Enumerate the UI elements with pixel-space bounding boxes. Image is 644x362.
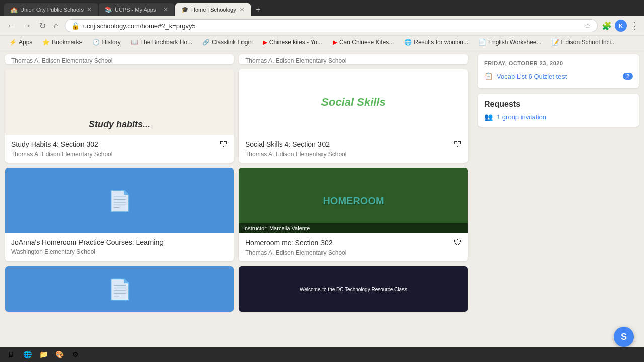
bookmark-can-chinese[interactable]: ▶ Can Chinese Kites... bbox=[329, 38, 398, 47]
card-homeroom-school: Thomas A. Edison Elementary School bbox=[245, 249, 462, 256]
taskbar-icon-files[interactable]: 📁 bbox=[37, 348, 49, 360]
homeroom-label: HOMEROOM bbox=[323, 195, 384, 207]
bookmark-english-label: English Workshee... bbox=[488, 39, 542, 46]
taskbar-icon-browser[interactable]: 🌐 bbox=[21, 348, 33, 360]
taskbar: 🖥 🌐 📁 🎨 ⚙ bbox=[0, 347, 644, 362]
bookmark-results[interactable]: 🌐 Results for woolon... bbox=[400, 38, 472, 47]
card-study-partial-top[interactable]: Thomas A. Edison Elementary School bbox=[5, 54, 234, 64]
group-invite-icon: 👥 bbox=[484, 113, 493, 121]
profile-icon[interactable]: K bbox=[615, 20, 627, 32]
bookmark-classlink[interactable]: 🔗 Classlink Login bbox=[198, 38, 257, 47]
refresh-button[interactable]: ↻ bbox=[37, 20, 48, 32]
taskbar-icon-art[interactable]: 🎨 bbox=[53, 348, 65, 360]
navigation-bar: ← → ↻ ⌂ 🔒 ucnj.schoology.com/home#?_k=pr… bbox=[0, 16, 644, 36]
card-homeroom-title: Homeroom mc: Section 302 🛡 bbox=[245, 238, 462, 247]
bookmark-english[interactable]: 📄 English Workshee... bbox=[474, 38, 546, 47]
card-partial-bottom-right[interactable]: Welcome to the DC Technology Resource Cl… bbox=[239, 266, 468, 312]
tab-close-2[interactable]: ✕ bbox=[163, 6, 168, 13]
forward-button[interactable]: → bbox=[21, 20, 33, 31]
main-container: Thomas A. Edison Elementary School Thoma… bbox=[0, 49, 644, 357]
tab-favicon-2: 📚 bbox=[105, 6, 112, 13]
bookmark-can-chinese-label: Can Chinese Kites... bbox=[339, 39, 394, 46]
homeroom-mc-image: HOMEROOM Instructor: Marcella Valente bbox=[239, 168, 468, 233]
user-avatar[interactable]: S bbox=[614, 327, 634, 347]
tab-union-city[interactable]: 🏫 Union City Public Schools ✕ bbox=[4, 3, 98, 16]
history-bm-icon: 🕐 bbox=[92, 39, 100, 46]
kites-icon: ▶ bbox=[263, 39, 267, 46]
back-button[interactable]: ← bbox=[5, 20, 17, 31]
bookmark-edison[interactable]: 📝 Edison School Inci... bbox=[548, 38, 620, 47]
nav-right-icons: 🧩 K ⋮ bbox=[602, 20, 639, 32]
sidebar: FRIDAY, OCTOBER 23, 2020 📋 Vocab List 6 … bbox=[473, 49, 644, 357]
tab-close-1[interactable]: ✕ bbox=[87, 6, 92, 13]
tab-schoology[interactable]: 🎓 Home | Schoology ✕ bbox=[175, 3, 251, 16]
taskbar-icon-finder[interactable]: 🖥 bbox=[5, 348, 17, 360]
english-icon: 📄 bbox=[478, 39, 486, 46]
requests-header: Requests bbox=[484, 100, 633, 109]
tab-favicon-1: 🏫 bbox=[10, 6, 17, 13]
joanna-homeroom-image: 📄 bbox=[5, 168, 234, 233]
can-chinese-icon: ▶ bbox=[333, 39, 337, 46]
address-bar[interactable]: 🔒 ucnj.schoology.com/home#?_k=prgvy5 ☆ bbox=[65, 19, 598, 32]
bookmark-bookmarks[interactable]: ⭐ Bookmarks bbox=[38, 38, 86, 47]
study-shield-icon: 🛡 bbox=[220, 140, 228, 149]
study-cartoon: Study habits... bbox=[89, 119, 150, 130]
bookmarks-bar: ⚡ Apps ⭐ Bookmarks 🕐 History 📖 The Birch… bbox=[0, 36, 644, 49]
bookmark-edison-label: Edison School Inci... bbox=[561, 39, 616, 46]
card-study-body: Study Habits 4: Section 302 🛡 Thomas A. … bbox=[5, 135, 234, 163]
bookmark-results-label: Results for woolon... bbox=[414, 39, 468, 46]
card-social-title: Social Skills 4: Section 302 🛡 bbox=[245, 140, 462, 149]
card-social-partial-top[interactable]: Thomas A. Edison Elementary School bbox=[239, 54, 468, 64]
tab-favicon-3: 🎓 bbox=[181, 6, 188, 13]
tab-title-2: UCPS - My Apps bbox=[115, 7, 160, 13]
date-header: FRIDAY, OCTOBER 23, 2020 bbox=[484, 60, 633, 66]
home-button[interactable]: ⌂ bbox=[52, 20, 61, 31]
assignment-icon: 📋 bbox=[484, 72, 493, 80]
request-row[interactable]: 👥 1 group invitation bbox=[484, 113, 633, 121]
partial-blue-image: 📄 bbox=[5, 266, 234, 312]
study-habits-image: Study habits... bbox=[5, 69, 234, 135]
new-tab-button[interactable]: + bbox=[252, 3, 264, 16]
homeroom-shield-icon: 🛡 bbox=[454, 238, 462, 247]
tab-title-1: Union City Public Schools bbox=[20, 7, 84, 13]
card-social-skills[interactable]: Social Skills Social Skills 4: Section 3… bbox=[239, 69, 468, 163]
social-skills-text: Social Skills bbox=[321, 96, 385, 109]
tech-class-image: Welcome to the DC Technology Resource Cl… bbox=[239, 266, 468, 312]
bookmark-birchbark-label: The Birchbark Ho... bbox=[140, 39, 192, 46]
tech-class-label: Welcome to the DC Technology Resource Cl… bbox=[298, 285, 409, 294]
taskbar-icon-settings[interactable]: ⚙ bbox=[69, 348, 82, 360]
assignments-section: FRIDAY, OCTOBER 23, 2020 📋 Vocab List 6 … bbox=[478, 54, 639, 88]
bookmark-apps[interactable]: ⚡ Apps bbox=[5, 38, 36, 47]
tab-close-3[interactable]: ✕ bbox=[239, 6, 245, 13]
card-study-habits[interactable]: Study habits... Study Habits 4: Section … bbox=[5, 69, 234, 163]
instructor-text: Instructor: Marcella Valente bbox=[243, 225, 310, 231]
birchbark-icon: 📖 bbox=[131, 39, 138, 46]
card-joanna-school: Washington Elementary School bbox=[11, 248, 228, 255]
card-homeroom-mc[interactable]: HOMEROOM Instructor: Marcella Valente Ho… bbox=[239, 168, 468, 261]
classlink-icon: 🔗 bbox=[202, 39, 210, 46]
card-top-school-social-top: Thomas A. Edison Elementary School bbox=[239, 54, 468, 64]
tab-bar: 🏫 Union City Public Schools ✕ 📚 UCPS - M… bbox=[0, 0, 644, 16]
menu-icon[interactable]: ⋮ bbox=[630, 20, 639, 31]
lock-icon: 🔒 bbox=[71, 22, 80, 30]
apps-bm-icon: ⚡ bbox=[9, 39, 17, 46]
card-joanna-homeroom[interactable]: 📄 JoAnna's Homeroom Practice Courses: Le… bbox=[5, 168, 234, 261]
cards-grid: Thomas A. Edison Elementary School Thoma… bbox=[5, 54, 468, 352]
star-icon[interactable]: ☆ bbox=[585, 22, 591, 30]
assignment-row[interactable]: 📋 Vocab List 6 Quizlet test 2 bbox=[484, 70, 633, 82]
bookmark-chinese-kites[interactable]: ▶ Chinese kites - Yo... bbox=[259, 38, 327, 47]
bookmark-history-label: History bbox=[102, 39, 120, 46]
assignment-badge: 2 bbox=[623, 73, 633, 80]
bookmark-birchbark[interactable]: 📖 The Birchbark Ho... bbox=[127, 38, 196, 47]
request-text: 1 group invitation bbox=[497, 113, 546, 121]
bookmarks-bm-icon: ⭐ bbox=[42, 39, 50, 46]
tab-my-apps[interactable]: 📚 UCPS - My Apps ✕ bbox=[99, 3, 174, 16]
blue-doc-icon: 📄 bbox=[107, 189, 132, 213]
social-shield-icon: 🛡 bbox=[454, 140, 462, 149]
bookmark-history[interactable]: 🕐 History bbox=[88, 38, 124, 47]
card-partial-bottom-left[interactable]: 📄 bbox=[5, 266, 234, 312]
card-joanna-title: JoAnna's Homeroom Practice Courses: Lear… bbox=[11, 238, 228, 246]
assignment-title[interactable]: Vocab List 6 Quizlet test bbox=[497, 73, 619, 80]
bookmark-bookmarks-label: Bookmarks bbox=[52, 39, 82, 46]
card-homeroom-body: Homeroom mc: Section 302 🛡 Thomas A. Edi… bbox=[239, 233, 468, 261]
